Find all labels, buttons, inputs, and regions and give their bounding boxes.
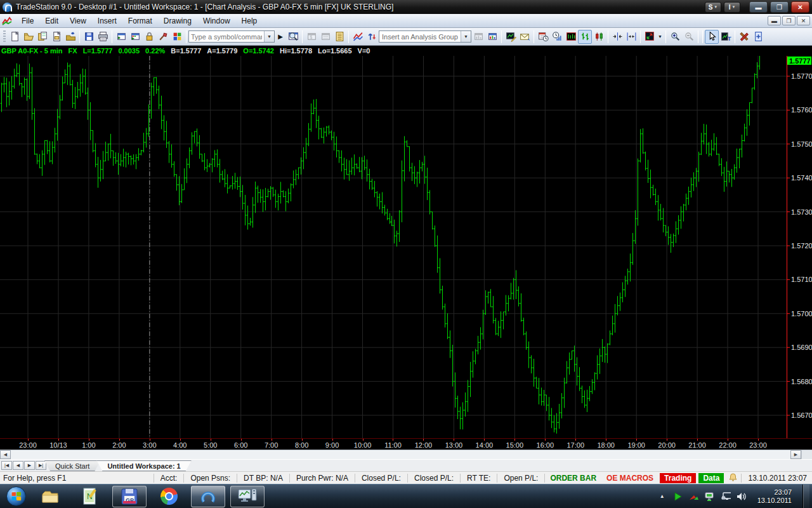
- workspaces-stack-icon[interactable]: [36, 30, 49, 44]
- menu-window[interactable]: Window: [197, 15, 236, 27]
- symbol-combo-dropdown[interactable]: ▼: [264, 31, 274, 42]
- menu-insert[interactable]: Insert: [92, 15, 122, 27]
- symbol-command-combo[interactable]: ▼: [188, 30, 275, 43]
- next-workspace-button[interactable]: ▶: [24, 461, 35, 470]
- sort-up-icon[interactable]: [365, 30, 379, 44]
- network-status-icon[interactable]: [705, 491, 715, 502]
- symbol-command-input[interactable]: [189, 32, 264, 41]
- calendar-session-icon[interactable]: [536, 30, 550, 44]
- start-button[interactable]: [6, 486, 26, 506]
- volume-icon[interactable]: [737, 491, 747, 502]
- child-minimize-button[interactable]: ▬: [768, 16, 781, 25]
- prev-workspace-button[interactable]: ◀: [13, 461, 23, 470]
- status-acct-: Acct:: [154, 474, 184, 483]
- time-axis[interactable]: 23:0010/131:002:003:004:005:006:007:008:…: [0, 438, 812, 450]
- new-order-page-icon[interactable]: [751, 30, 765, 44]
- menu-drawing[interactable]: Drawing: [158, 15, 197, 27]
- taskbar-clock[interactable]: 23:07 13.10.2011: [752, 488, 797, 505]
- send-chart-icon[interactable]: [518, 30, 532, 44]
- menu-view[interactable]: View: [64, 15, 92, 27]
- ts-alert-icon[interactable]: [689, 491, 699, 502]
- app-icon[interactable]: [3, 3, 12, 12]
- chart-document-icon[interactable]: [2, 17, 12, 25]
- toolbar-separator: [348, 30, 349, 43]
- time-axis-tick: [241, 439, 242, 441]
- quote-list-icon[interactable]: [332, 30, 346, 44]
- dark-chart-icon[interactable]: [564, 30, 578, 44]
- status-trading[interactable]: Trading: [660, 473, 696, 483]
- time-axis-label: 12:00: [415, 441, 433, 449]
- status-order-bar[interactable]: ORDER BAR: [544, 474, 601, 483]
- close-button[interactable]: ✕: [791, 1, 809, 13]
- info-segment: 0.22%: [145, 47, 165, 55]
- chart-analysis-icon[interactable]: [485, 30, 499, 44]
- hardware-plug-icon[interactable]: [721, 491, 731, 502]
- close-all-windows-icon[interactable]: [128, 30, 142, 44]
- taskbar-notepadpp-button[interactable]: N: [73, 486, 107, 507]
- minimize-button[interactable]: ▬: [749, 1, 768, 13]
- drawing-tools-icon[interactable]: [737, 30, 751, 44]
- info-segment: B=1.5777: [171, 47, 201, 55]
- status-data[interactable]: Data: [698, 473, 724, 483]
- shortcut-i-button[interactable]: I▼: [724, 2, 740, 13]
- toolbar-grip[interactable]: [3, 30, 6, 43]
- toolbar-separator: [698, 30, 698, 43]
- alert-bell-icon[interactable]: [729, 473, 737, 483]
- auto-arrange-icon[interactable]: [643, 30, 657, 44]
- lock-workspace-icon[interactable]: [142, 30, 156, 44]
- style-cubes-icon[interactable]: [170, 30, 184, 44]
- menu-file[interactable]: File: [16, 15, 39, 27]
- time-axis-tick: [363, 439, 363, 441]
- expand-bars-icon[interactable]: [624, 30, 638, 44]
- chart-zigzag-icon[interactable]: [351, 30, 365, 44]
- menu-help[interactable]: Help: [236, 15, 263, 27]
- zoom-in-icon[interactable]: [668, 30, 682, 44]
- menu-format[interactable]: Format: [122, 15, 158, 27]
- compress-bars-icon[interactable]: [610, 30, 624, 44]
- new-workspace-icon[interactable]: [8, 30, 22, 44]
- taskbar-explorer-button[interactable]: [34, 486, 68, 507]
- chart-canvas[interactable]: 1.57701.57601.57501.57401.57301.57201.57…: [0, 56, 812, 438]
- workspace-tab-quick-start[interactable]: Quick Start: [44, 460, 100, 471]
- taskbar-gp-button[interactable]: GP: [112, 486, 147, 507]
- analysis-combo-dropdown[interactable]: ▼: [461, 31, 471, 42]
- pointer-icon[interactable]: [705, 30, 719, 44]
- export-workspace-icon[interactable]: [63, 30, 77, 44]
- taskbar-network-monitor-button[interactable]: [230, 486, 265, 507]
- print-icon[interactable]: [96, 30, 110, 44]
- scroll-right-button[interactable]: ▶: [790, 450, 801, 459]
- show-desktop-button[interactable]: [802, 485, 809, 508]
- auto-arrange-dropdown[interactable]: ▼: [657, 30, 664, 44]
- ts-data-feed-icon[interactable]: [673, 491, 683, 502]
- chart-text-icon[interactable]: T: [719, 30, 733, 44]
- taskbar-chrome-button[interactable]: [152, 486, 186, 507]
- hidden-icons-chevron[interactable]: ▲: [657, 491, 667, 502]
- bar-style-icon[interactable]: [578, 30, 592, 44]
- close-window-icon[interactable]: [114, 30, 128, 44]
- run-command-button[interactable]: ▶: [276, 31, 285, 43]
- save-icon[interactable]: [82, 30, 96, 44]
- child-close-button[interactable]: ✕: [797, 16, 810, 25]
- status-purch-pwr-n-a: Purch Pwr: N/A: [289, 474, 355, 483]
- candle-style-icon[interactable]: [592, 30, 606, 44]
- save-workspace-icon[interactable]: [49, 30, 63, 44]
- child-restore-button[interactable]: ❐: [782, 16, 796, 25]
- taskbar-tradestation-button[interactable]: [191, 486, 225, 507]
- format-painter-icon[interactable]: [156, 30, 170, 44]
- chart-horizontal-scrollbar[interactable]: ◀ ▶: [0, 450, 812, 459]
- workspace-tab-untitled-workspace-1[interactable]: Untitled Workspace: 1: [96, 460, 191, 471]
- shortcut-s-button[interactable]: S▼: [705, 2, 721, 13]
- price-chart-svg[interactable]: 1.57701.57601.57501.57401.57301.57201.57…: [0, 56, 812, 438]
- chart-edit-icon[interactable]: [504, 30, 518, 44]
- time-frame-clock-icon[interactable]: [550, 30, 564, 44]
- restore-button[interactable]: ❐: [770, 1, 789, 13]
- scroll-left-button[interactable]: ◀: [0, 450, 11, 459]
- open-workspace-icon[interactable]: [22, 30, 36, 44]
- last-workspace-button[interactable]: ▶|: [36, 461, 46, 470]
- first-workspace-button[interactable]: |◀: [1, 461, 12, 470]
- menu-edit[interactable]: Edit: [39, 15, 64, 27]
- scroll-track[interactable]: [11, 450, 790, 459]
- status-oe-macros[interactable]: OE MACROS: [601, 474, 658, 483]
- analysis-group-combo[interactable]: Insert an Analysis Group▼: [379, 30, 471, 43]
- command-lookup-icon[interactable]: [286, 30, 300, 44]
